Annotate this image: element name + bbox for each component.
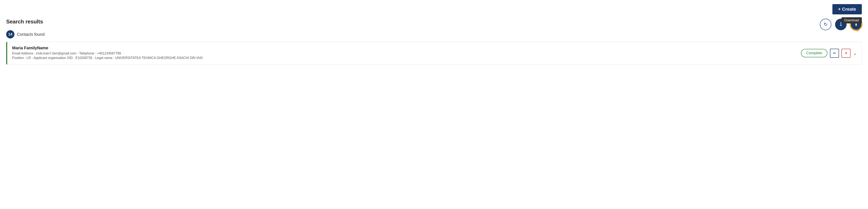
download-tooltip: Download bbox=[841, 17, 862, 24]
delete-icon: ✕ bbox=[844, 51, 848, 56]
refresh-button[interactable]: ↻ bbox=[820, 19, 831, 30]
top-bar: + Create Download bbox=[6, 4, 862, 14]
edit-button[interactable]: ✏ bbox=[830, 49, 839, 58]
expand-button[interactable]: ⌄ bbox=[853, 50, 857, 56]
contact-card: Maria FamilyName Email Address : mob.tra… bbox=[6, 42, 862, 65]
contact-detail-line1: Email Address : mob.train7.ben@gmail.com… bbox=[12, 51, 203, 55]
refresh-icon: ↻ bbox=[824, 22, 828, 27]
contact-detail-line2: Position : LR - Applicant organisation O… bbox=[12, 56, 203, 60]
search-results-title: Search results bbox=[6, 19, 862, 25]
download-tooltip-wrapper: + Create Download bbox=[832, 4, 862, 14]
create-button[interactable]: + Create bbox=[832, 4, 862, 14]
contact-actions: Complete ✏ ✕ ⌄ bbox=[801, 49, 857, 58]
contact-name: Maria FamilyName bbox=[12, 46, 203, 50]
complete-button[interactable]: Complete bbox=[801, 49, 828, 57]
delete-button[interactable]: ✕ bbox=[841, 49, 850, 58]
contact-info: Maria FamilyName Email Address : mob.tra… bbox=[12, 46, 203, 61]
edit-icon: ✏ bbox=[833, 51, 836, 56]
contacts-count-badge: 14 bbox=[6, 30, 14, 38]
contacts-found-label: Contacts found bbox=[17, 32, 45, 37]
search-results-header: Search results ↻ ↧ ⬇ ☞ bbox=[6, 19, 862, 25]
contacts-found-row: 14 Contacts found bbox=[6, 30, 862, 38]
